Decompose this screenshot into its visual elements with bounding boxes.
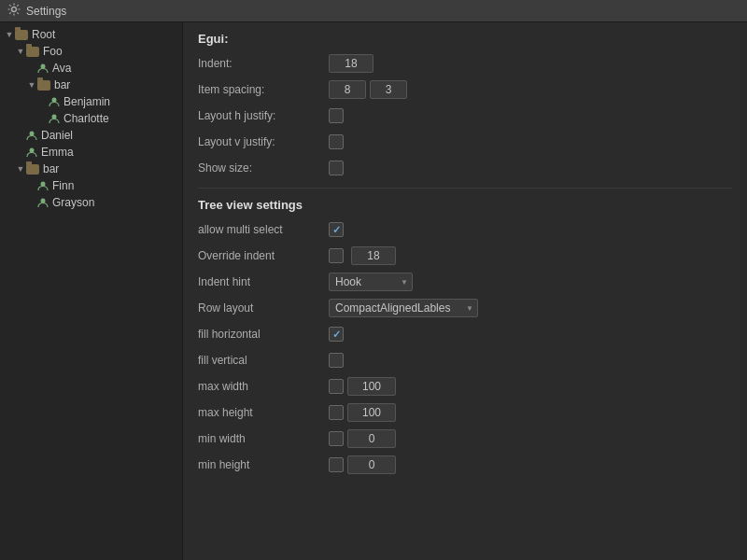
svg-point-6 (41, 182, 46, 187)
tree-arrow-emma (15, 147, 26, 158)
layout-v-justify-checkbox[interactable] (329, 134, 344, 149)
tree-item-emma[interactable]: Emma (0, 144, 182, 161)
folder-icon-bar1 (37, 80, 50, 91)
row-layout-dropdown-wrapper: CompactAlignedLables AlignedColumns Comp… (329, 299, 478, 317)
max-width-label: max width (198, 380, 329, 393)
max-height-input[interactable] (347, 403, 396, 422)
min-height-checkbox[interactable] (329, 457, 344, 472)
svg-point-4 (30, 132, 35, 136)
layout-v-justify-label: Layout v justify: (198, 135, 329, 148)
min-width-checkbox[interactable] (329, 431, 344, 446)
tree-item-finn[interactable]: Finn (0, 177, 182, 194)
allow-multi-select-label: allow multi select (198, 223, 329, 236)
item-spacing-row: Item spacing: (198, 79, 732, 100)
person-icon-finn (37, 180, 49, 191)
tree-item-benjamin[interactable]: Benjamin (0, 93, 182, 110)
max-height-row: max height (198, 402, 732, 423)
svg-point-0 (12, 7, 17, 12)
svg-point-2 (52, 98, 57, 103)
allow-multi-select-row: allow multi select (198, 219, 732, 240)
svg-point-5 (30, 148, 35, 153)
show-size-checkbox[interactable] (329, 161, 344, 175)
fill-vertical-row: fill vertical (198, 350, 732, 371)
item-spacing-label: Item spacing: (198, 83, 329, 96)
tree-item-grayson[interactable]: Grayson (0, 194, 182, 211)
min-width-label: min width (198, 432, 329, 445)
svg-point-3 (52, 115, 57, 119)
tree-label-foo: Foo (43, 45, 63, 58)
indent-hint-select[interactable]: Hook Arrow None (329, 273, 413, 291)
person-icon-grayson (37, 197, 49, 208)
person-icon-emma (26, 147, 37, 158)
indent-row: Indent: (198, 53, 732, 74)
tree-item-bar1[interactable]: ▼ bar (0, 77, 182, 93)
allow-multi-select-checkbox[interactable] (329, 222, 344, 237)
layout-h-justify-checkbox[interactable] (329, 108, 344, 123)
tree-label-daniel: Daniel (41, 129, 73, 142)
section-divider (198, 188, 732, 189)
person-icon-benjamin (49, 96, 60, 107)
tree-item-root[interactable]: ▼ Root (0, 26, 182, 43)
tree-label-finn: Finn (52, 179, 74, 192)
tree-arrow-charlotte (37, 113, 49, 124)
tree-label-root: Root (32, 28, 55, 41)
tree-arrow-daniel (15, 130, 26, 141)
tree-arrow-grayson (26, 197, 37, 208)
show-size-label: Show size: (198, 161, 329, 175)
max-width-input[interactable] (347, 377, 396, 396)
row-layout-row: Row layout CompactAlignedLables AlignedC… (198, 298, 732, 318)
max-height-label: max height (198, 406, 329, 419)
min-width-input[interactable] (347, 429, 396, 448)
tree-label-bar2: bar (43, 162, 59, 175)
person-icon-daniel (26, 130, 37, 141)
indent-hint-row: Indent hint Hook Arrow None (198, 272, 732, 292)
tree-item-charlotte[interactable]: Charlotte (0, 110, 182, 127)
fill-horizontal-checkbox[interactable] (329, 327, 344, 342)
layout-h-justify-row: Layout h justify: (198, 105, 732, 126)
item-spacing-x-input[interactable] (329, 80, 366, 99)
min-width-row: min width (198, 428, 732, 449)
indent-input[interactable] (329, 54, 374, 73)
settings-panel: Egui: Indent: Item spacing: Layout h jus… (183, 22, 747, 560)
egui-section-title: Egui: (198, 32, 732, 46)
row-layout-label: Row layout (198, 301, 329, 315)
tree-item-ava[interactable]: Ava (0, 60, 182, 77)
tree-arrow-finn (26, 180, 37, 191)
svg-point-1 (41, 64, 46, 69)
tree-arrow-foo: ▼ (15, 46, 26, 57)
tree-arrow-benjamin (37, 96, 49, 107)
tree-arrow-bar1: ▼ (26, 79, 37, 91)
override-indent-row: Override indent (198, 245, 732, 266)
person-icon-charlotte (49, 113, 60, 124)
tree-item-bar2[interactable]: ▼ bar (0, 161, 182, 177)
max-width-checkbox[interactable] (329, 379, 344, 394)
folder-icon-root (15, 30, 28, 40)
row-layout-select[interactable]: CompactAlignedLables AlignedColumns Comp… (329, 299, 478, 317)
gear-icon (7, 3, 21, 19)
tree-arrow-ava (26, 63, 37, 74)
fill-vertical-label: fill vertical (198, 354, 329, 367)
item-spacing-y-input[interactable] (370, 80, 407, 99)
indent-label: Indent: (198, 57, 329, 70)
max-width-row: max width (198, 376, 732, 397)
override-indent-checkbox[interactable] (329, 248, 344, 263)
fill-vertical-checkbox[interactable] (329, 353, 344, 368)
indent-hint-label: Indent hint (198, 275, 329, 288)
min-height-label: min height (198, 458, 329, 471)
tree-label-emma: Emma (41, 146, 74, 159)
max-height-checkbox[interactable] (329, 405, 344, 420)
tree-item-foo[interactable]: ▼ Foo (0, 43, 182, 60)
svg-point-7 (41, 199, 46, 203)
tree-label-ava: Ava (52, 62, 71, 75)
override-indent-input[interactable] (351, 246, 396, 265)
tree-arrow-root: ▼ (4, 29, 15, 40)
folder-icon-foo (26, 47, 39, 57)
title-bar: Settings (0, 0, 747, 22)
override-indent-label: Override indent (198, 249, 329, 262)
tree-item-daniel[interactable]: Daniel (0, 127, 182, 144)
tree-view-section-title: Tree view settings (198, 198, 732, 212)
tree-label-charlotte: Charlotte (63, 112, 109, 125)
folder-icon-bar2 (26, 164, 39, 175)
tree-label-bar1: bar (54, 78, 70, 91)
min-height-input[interactable] (347, 455, 396, 474)
